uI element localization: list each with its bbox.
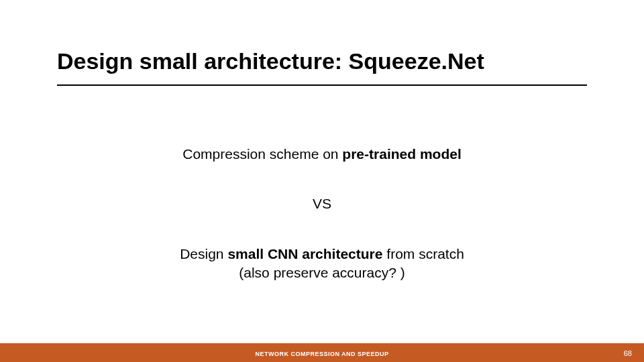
body-line-1: Compression scheme on pre-trained model [0,145,644,164]
body-line-3b: (also preserve accuracy? ) [0,263,644,282]
footer-text: NETWORK COMPRESSION AND SPEEDUP [0,351,644,357]
title-underline [57,84,587,86]
line3a-post: from scratch [382,246,464,261]
slide: Design small architecture: Squeeze.Net C… [0,0,644,362]
slide-title: Design small architecture: Squeeze.Net [57,48,484,74]
line1-bold: pre-trained model [342,146,461,162]
line3a-bold: small CNN architecture [227,246,382,261]
line3a-pre: Design [180,246,227,261]
body-vs: VS [0,194,644,213]
slide-body: Compression scheme on pre-trained model … [0,145,644,282]
line1-text: Compression scheme on [182,146,342,162]
body-line-3a: Design small CNN architecture from scrat… [0,245,644,263]
page-number: 68 [624,349,632,357]
